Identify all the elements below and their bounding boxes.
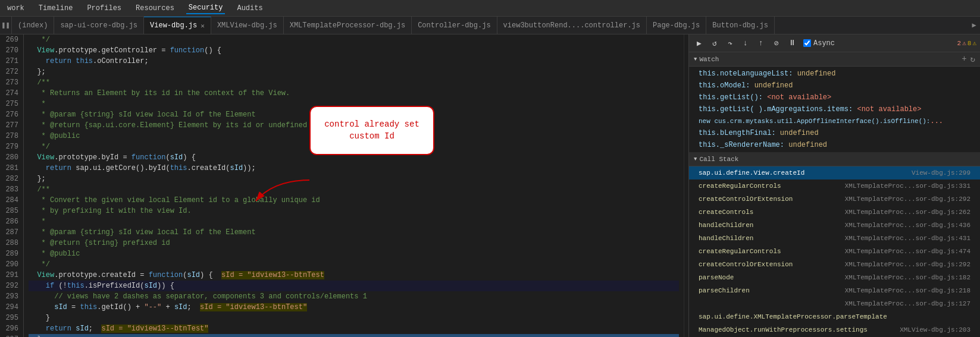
code-line: }; [29,67,679,77]
callstack-fn-name: parseChildren [699,285,750,296]
code-line: */ [29,34,679,45]
callstack-item[interactable]: createControlOrExtension XMLTemplateProc… [689,193,980,206]
callstack-fn-name: handleChildren [699,233,753,244]
callstack-fn-name: parseNode [699,272,734,283]
debug-continue-btn[interactable]: ▶ [693,37,706,50]
watch-item: this.getList( ).mAggregations.items: <no… [689,103,980,115]
code-line: * @return {string} prefixed id [29,238,679,248]
callstack-fn-name: createControls [699,207,753,218]
callstack-file-loc: XMLTemplateProc...sor-dbg.js:182 [845,272,970,283]
code-editor[interactable]: 269 270 271 272 273 274 275 276 277 278 … [0,34,684,337]
async-label-text: Async [813,39,835,48]
code-line: /** [29,184,679,195]
callstack-item[interactable]: createRegularControls XMLTemplateProc...… [689,179,980,193]
debug-restart-btn[interactable]: ↺ [708,37,721,50]
callstack-panel: ▼ Call Stack sap.ui.define.View.createId… [689,152,980,337]
menu-profiles[interactable]: Profiles [84,3,124,14]
code-line: return sap.ui.getCore().byId(this.create… [29,163,679,174]
code-line: * [29,216,679,227]
callstack-title: Call Stack [699,156,738,163]
code-line: return sId; sId = "idview13--btnTest" [29,323,679,334]
callstack-file-loc: XMLTemplateProc...sor-dbg.js:218 [845,285,970,296]
code-line: View.prototype.createId = function(sId) … [29,270,679,281]
code-line: sId = this.getId() + "--" + sId; sId = "… [29,302,679,313]
callstack-item[interactable]: handleChildren XMLTemplateProc...sor-dbg… [689,232,980,245]
code-line: * Convert the given view local Element i… [29,195,679,206]
watch-collapse-icon[interactable]: ▼ [694,56,697,62]
callstack-collapse-icon[interactable]: ▼ [694,156,697,162]
callstack-file-loc: XMLTemplateProc...sor-dbg.js:292 [845,259,970,270]
debug-step-out-btn[interactable]: ↑ [754,37,768,50]
callstack-file-loc: XMLView-dbg.js:203 [900,325,970,335]
callstack-file-loc: View-dbg.js:299 [912,168,970,178]
callstack-item[interactable]: createControls XMLTemplateProc...sor-dbg… [689,206,980,219]
minimap[interactable] [684,34,688,337]
callstack-item[interactable]: ManagedObject.runWithPreprocessors.setti… [689,323,980,336]
watch-items-list: this.noteLanguageList: undefined this.oM… [689,67,980,152]
code-line: }; [29,174,679,184]
code-area: 269 270 271 272 273 274 275 276 277 278 … [0,34,684,337]
debug-deactivate-btn[interactable]: ⊘ [770,37,783,50]
watch-item: this.bLengthFinal: undefined [689,127,980,139]
callstack-file-loc: XMLTemplateProc...sor-dbg.js:431 [845,233,970,244]
code-line: * Returns an Element by its id in the co… [29,88,679,99]
watch-item: this._sRendererName: undefined [689,139,980,151]
callstack-fn-name: createRegularControls [699,246,781,257]
code-line: * by prefixing it with the view Id. [29,206,679,216]
tab-xmlview-dbg[interactable]: XMLView-dbg.js [211,17,284,34]
tab-page-dbg[interactable]: Page-dbg.js [647,17,706,34]
callstack-item[interactable]: handleChildren XMLTemplateProc...sor-dbg… [689,219,980,232]
menu-timeline[interactable]: Timeline [36,3,76,14]
callstack-item[interactable]: createControlOrExtension XMLTemplateProc… [689,258,980,271]
callstack-item[interactable]: parseChildren XMLTemplateProc...sor-dbg.… [689,284,980,297]
tab-core-dbg[interactable]: sap-ui-core-dbg.js [54,17,144,34]
callstack-header: ▼ Call Stack [689,152,980,166]
watch-refresh-icon[interactable]: ↻ [970,54,975,64]
debug-pause-btn[interactable]: ⏸ [785,37,799,50]
menu-network[interactable]: work [5,3,27,14]
menu-security[interactable]: Security [186,2,226,14]
error-badge: 2 ⚠ 8 ⚠ [957,39,976,47]
tab-view3button[interactable]: view3buttonRend....controller.js [497,17,647,34]
callstack-item[interactable]: sap.ui.define.View.createId View-dbg.js:… [689,166,980,179]
tab-controller-dbg[interactable]: Controller-dbg.js [412,17,497,34]
callstack-file-loc: XMLTemplateProc...sor-dbg.js:474 [845,246,970,257]
watch-item: this.oModel: undefined [689,80,980,92]
callstack-fn-name: sap.ui.define.View.createId [699,168,804,178]
callstack-fn-name: ManagedObject.runWithPreprocessors.setti… [699,325,868,335]
watch-item: this.getList(): <not available> [689,92,980,103]
debug-step-into-btn[interactable]: ↓ [739,37,752,50]
close-tab-icon[interactable]: ✕ [201,22,205,30]
watch-actions: + ↻ [962,54,975,64]
tooltip-text-line1: control already set [324,119,419,129]
callstack-file-loc: XMLTemplateProc...sor-dbg.js:262 [845,207,970,218]
warning-count: 8 [968,40,972,47]
async-checkbox[interactable] [803,39,811,47]
callstack-fn-name: createRegularControls [699,181,781,191]
tab-index[interactable]: (index) [12,17,54,34]
tabs-scroll-left[interactable]: ❚❚ [0,17,12,34]
debug-step-over-btn[interactable]: ↷ [724,37,737,50]
callstack-item[interactable]: sap.ui.define.XMLTemplateProcessor.parse… [689,310,980,323]
code-line: * @public [29,248,679,259]
tab-xmltemplate-dbg[interactable]: XMLTemplateProcessor-dbg.js [284,17,412,34]
menu-audits[interactable]: Audits [234,3,265,14]
callstack-item[interactable]: XMLTemplateProc...sor-dbg.js:127 [689,297,980,310]
tooltip-arrow-svg [250,174,321,210]
tab-view-dbg[interactable]: View-dbg.js ✕ [144,17,211,34]
tabs-scroll-right[interactable]: ▶ [968,17,980,34]
watch-panel: ▼ Watch + ↻ this.noteLanguageList: undef… [689,52,980,152]
watch-add-icon[interactable]: + [962,54,966,64]
callstack-fn-name: sap.ui.define.XMLTemplateProcessor.parse… [699,311,887,322]
watch-title: Watch [699,56,719,63]
code-line: * @param {string} sId view local Id of t… [29,227,679,238]
callstack-item[interactable]: createRegularControls XMLTemplateProc...… [689,245,980,258]
tab-button-dbg[interactable]: Button-dbg.js [706,17,775,34]
watch-item: this.noteLanguageList: undefined [689,68,980,80]
callstack-item[interactable]: parseNode XMLTemplateProc...sor-dbg.js:1… [689,271,980,284]
callstack-fn-name: createControlOrExtension [699,194,793,204]
code-line: */ [29,259,679,270]
right-panel: ▶ ↺ ↷ ↓ ↑ ⊘ ⏸ Async 2 ⚠ 8 ⚠ ▼ Watch [688,34,980,337]
callstack-file-loc: XMLTemplateProc...sor-dbg.js:436 [845,220,970,231]
menu-resources[interactable]: Resources [133,3,177,14]
